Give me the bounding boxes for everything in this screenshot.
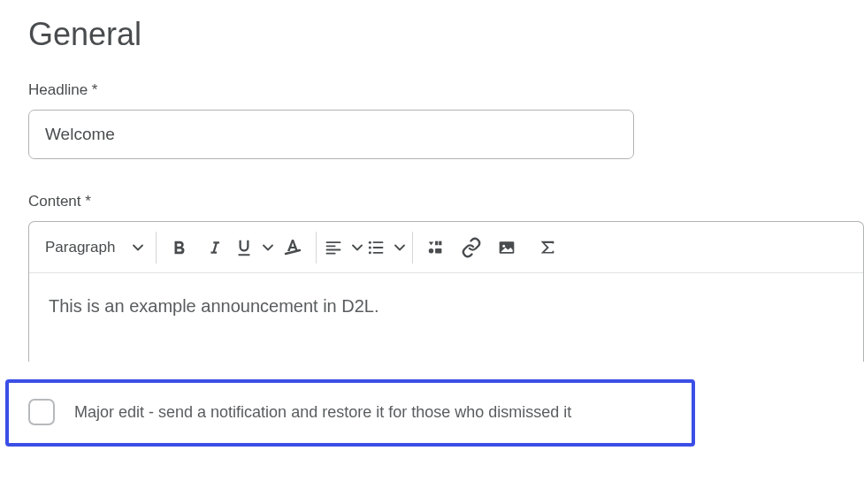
format-select[interactable]: Paragraph — [40, 230, 149, 265]
italic-button[interactable] — [199, 230, 231, 265]
list-button[interactable] — [366, 230, 405, 265]
section-title: General — [28, 16, 864, 53]
italic-icon — [206, 238, 224, 257]
svg-rect-13 — [435, 248, 441, 253]
chevron-down-icon — [263, 242, 273, 253]
headline-input[interactable] — [28, 110, 634, 159]
content-label: Content * — [28, 193, 864, 210]
editor-content-area[interactable]: This is an example announcement in D2L. — [29, 273, 863, 362]
font-color-icon — [282, 237, 303, 258]
major-edit-checkbox[interactable] — [28, 399, 55, 425]
bullet-list-icon — [366, 239, 386, 256]
editor-toolbar: Paragraph — [29, 222, 863, 273]
insert-stuff-button[interactable] — [420, 230, 452, 265]
svg-point-5 — [369, 246, 371, 248]
toolbar-separator — [156, 232, 157, 263]
major-edit-label: Major edit - send a notification and res… — [74, 403, 571, 422]
insert-image-button[interactable] — [491, 230, 523, 265]
insert-stuff-icon — [425, 238, 447, 257]
bold-button[interactable] — [164, 230, 195, 265]
bold-icon — [170, 238, 189, 257]
chevron-down-icon — [394, 242, 405, 253]
svg-point-6 — [369, 251, 371, 254]
toolbar-separator — [316, 232, 317, 263]
toolbar-separator — [412, 232, 413, 263]
headline-label: Headline * — [28, 81, 864, 99]
image-icon — [496, 239, 517, 256]
font-color-button[interactable] — [277, 230, 309, 265]
chevron-down-icon — [352, 242, 363, 253]
format-select-label: Paragraph — [45, 239, 115, 256]
svg-rect-11 — [440, 241, 442, 245]
chevron-down-icon — [133, 242, 143, 253]
rich-text-editor: Paragraph — [28, 221, 864, 362]
align-button[interactable] — [324, 230, 363, 265]
underline-button[interactable] — [234, 230, 273, 265]
align-left-icon — [324, 239, 343, 256]
equation-button[interactable] — [531, 230, 563, 265]
underline-icon — [234, 238, 254, 257]
svg-point-15 — [503, 244, 506, 247]
sigma-icon — [538, 237, 557, 258]
link-icon — [461, 237, 482, 258]
svg-point-12 — [429, 248, 434, 253]
svg-point-4 — [369, 241, 371, 243]
major-edit-row: Major edit - send a notification and res… — [5, 379, 695, 447]
insert-link-button[interactable] — [455, 230, 487, 265]
svg-rect-10 — [435, 241, 438, 245]
